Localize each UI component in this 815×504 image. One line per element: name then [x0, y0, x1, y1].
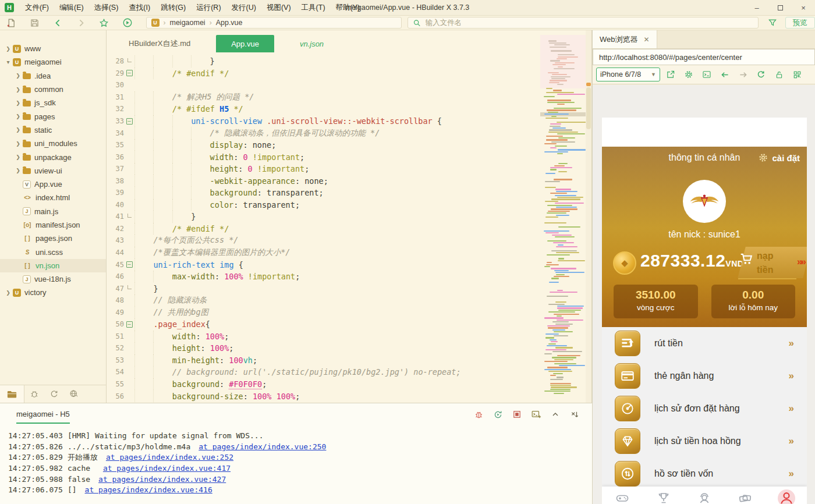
- settings-gear-icon[interactable]: [681, 69, 696, 80]
- nav-item-promo[interactable]: ưu đãi: [725, 487, 766, 504]
- log-source-link[interactable]: at pages/index/index.vue:427: [98, 475, 226, 484]
- tree-item-meigaomei[interactable]: ▾Umeigaomei: [0, 55, 106, 69]
- close-tab-icon[interactable]: ✕: [644, 36, 650, 44]
- menu-item[interactable]: 文件(F): [20, 0, 54, 15]
- fold-collapse-icon[interactable]: –: [126, 118, 133, 125]
- tree-item-uni.scss[interactable]: Suni.scss: [0, 245, 106, 258]
- debug-icon[interactable]: [24, 385, 44, 403]
- tree-item-vue-i18n.js[interactable]: Jvue-i18n.js: [0, 272, 106, 286]
- menu-item[interactable]: 编辑(E): [54, 0, 89, 15]
- web-icon[interactable]: [64, 385, 84, 403]
- fold-marker[interactable]: –: [124, 70, 134, 76]
- tree-item-unpackage[interactable]: ❯unpackage: [0, 150, 106, 164]
- menu-item[interactable]: 选择(S): [89, 0, 124, 15]
- minimap[interactable]: [543, 35, 584, 397]
- console-terminal-icon[interactable]: [699, 69, 714, 80]
- editor-tab-HBuilderX自述.md[interactable]: HBuilderX自述.md: [121, 35, 199, 52]
- menu-item-withdraw[interactable]: rút tiền»: [602, 327, 807, 360]
- device-select[interactable]: iPhone 6/7/8 ▼: [596, 68, 660, 81]
- save-icon[interactable]: [29, 17, 41, 29]
- clear-log-icon[interactable]: [569, 409, 580, 420]
- tree-item-www[interactable]: ❯Uwww: [0, 42, 106, 55]
- minimize-button[interactable]: –: [745, 0, 768, 16]
- file-search-input[interactable]: [426, 19, 753, 27]
- editor-scrollbar[interactable]: [586, 30, 591, 403]
- menu-item-orders[interactable]: lịch sử đơn đặt hàng»: [602, 392, 807, 425]
- lock-icon[interactable]: [771, 69, 786, 80]
- fold-collapse-icon[interactable]: –: [126, 321, 133, 328]
- favorite-star-icon[interactable]: [98, 17, 110, 29]
- explorer-tab[interactable]: [0, 385, 24, 403]
- nav-item-home[interactable]: Trang chủ: [602, 487, 643, 504]
- preview-button[interactable]: 预览: [785, 17, 815, 29]
- tree-item-pages[interactable]: ❯pages: [0, 109, 106, 123]
- code-editor[interactable]: HBuilderX自述.mdApp.vuevn.json 28}29–/* #e…: [107, 30, 592, 403]
- tree-item-victory[interactable]: ❯Uvictory: [0, 286, 106, 299]
- fold-collapse-icon[interactable]: –: [126, 261, 133, 268]
- browser-tab[interactable]: Web浏览器 ✕: [593, 30, 657, 48]
- editor-tab-vn.json[interactable]: vn.json: [292, 35, 332, 52]
- log-source-link[interactable]: at pages/index/index.vue:250: [199, 442, 326, 451]
- nav-item-support[interactable]: cskh: [684, 487, 725, 504]
- tree-item-js_sdk[interactable]: ❯js_sdk: [0, 96, 106, 109]
- menu-item[interactable]: 发行(U): [226, 0, 261, 15]
- run-icon[interactable]: [122, 17, 133, 29]
- new-terminal-icon[interactable]: [530, 409, 542, 420]
- maximize-button[interactable]: [768, 0, 792, 16]
- sync-icon[interactable]: [44, 385, 64, 403]
- menu-item[interactable]: 视图(V): [261, 0, 296, 15]
- breadcrumb[interactable]: U › meigaomei › App.vue: [146, 17, 402, 29]
- fold-marker[interactable]: –: [124, 118, 134, 125]
- menu-item-commission[interactable]: lịch sử tiền hoa hồng»: [602, 425, 807, 457]
- tree-item-pages.json[interactable]: [ ]pages.json: [0, 232, 106, 245]
- log-source-link[interactable]: at pages/index/index.vue:416: [85, 485, 212, 494]
- menu-item[interactable]: 查找(I): [123, 0, 155, 15]
- restart-icon[interactable]: [492, 409, 504, 420]
- refresh-icon[interactable]: [753, 69, 768, 80]
- tree-item-uview-ui[interactable]: ❯uview-ui: [0, 164, 106, 178]
- breadcrumb-project[interactable]: meigaomei: [170, 19, 205, 27]
- editor-tab-App.vue[interactable]: App.vue: [216, 35, 274, 52]
- fold-marker[interactable]: –: [124, 261, 134, 268]
- qrcode-icon[interactable]: [789, 69, 805, 80]
- log-source-link[interactable]: at pages/index/index.vue:252: [106, 453, 233, 462]
- forward-icon[interactable]: [75, 17, 87, 29]
- tree-item-vn.json[interactable]: [ ]vn.json: [0, 259, 106, 272]
- menu-item-capital[interactable]: hồ sơ tiền vốn»: [602, 457, 807, 490]
- menu-item[interactable]: 运行(R): [191, 0, 226, 15]
- tree-item-uni_modules[interactable]: ❯uni_modules: [0, 137, 106, 150]
- tree-item-main.js[interactable]: Jmain.js: [0, 205, 106, 218]
- collapse-panel-icon[interactable]: [550, 409, 561, 420]
- fold-collapse-icon[interactable]: –: [126, 70, 133, 76]
- debug-bug-icon[interactable]: [473, 409, 484, 420]
- new-file-icon[interactable]: [6, 17, 17, 29]
- close-button[interactable]: ×: [792, 0, 815, 16]
- back-icon[interactable]: [52, 17, 64, 29]
- menu-item[interactable]: 跳转(G): [155, 0, 191, 15]
- menu-item-bankcard[interactable]: thẻ ngân hàng»: [602, 360, 807, 392]
- tree-item-static[interactable]: ❯static: [0, 123, 106, 137]
- breadcrumb-file[interactable]: App.vue: [216, 19, 243, 27]
- nav-item-profile[interactable]: Của tôi: [766, 487, 807, 504]
- tree-item-manifest.json[interactable]: [o]manifest.json: [0, 218, 106, 232]
- scrollbar-thumb[interactable]: [586, 87, 591, 129]
- filter-icon[interactable]: [767, 17, 778, 29]
- console-tab[interactable]: meigaomei - H5: [16, 410, 70, 424]
- tree-item-App.vue[interactable]: VApp.vue: [0, 178, 106, 191]
- menu-item[interactable]: 工具(T): [296, 0, 331, 15]
- recharge-button[interactable]: nạptiền »»: [738, 247, 796, 279]
- avatar[interactable]: [683, 180, 726, 223]
- url-bar[interactable]: http://localhost:8080/#/pages/center/cen…: [593, 49, 815, 65]
- tree-item-index.html[interactable]: <>index.html: [0, 191, 106, 204]
- browser-back-icon[interactable]: [717, 69, 732, 80]
- file-search-box[interactable]: [408, 17, 759, 29]
- tree-item-.idea[interactable]: ❯.idea: [0, 69, 106, 83]
- log-source-link[interactable]: at pages/index/index.vue:417: [103, 464, 231, 473]
- code-area[interactable]: 28}29–/* #endif */3031/* 解决H5 的问题 */32/*…: [107, 55, 538, 402]
- stop-icon[interactable]: [511, 409, 523, 420]
- settings-button[interactable]: cài đặt: [758, 152, 800, 163]
- browser-forward-icon[interactable]: [735, 69, 750, 80]
- fold-marker[interactable]: –: [124, 321, 134, 328]
- tree-item-common[interactable]: ❯common: [0, 83, 106, 96]
- open-external-icon[interactable]: [663, 69, 678, 80]
